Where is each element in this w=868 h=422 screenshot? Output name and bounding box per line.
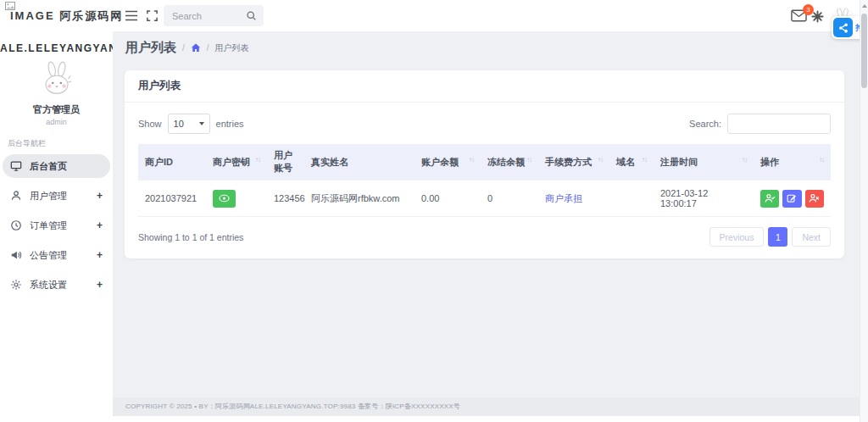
col-user-account[interactable]: 用户账号 <box>267 144 304 180</box>
table-search-input[interactable] <box>727 114 831 134</box>
edit-icon <box>787 193 797 203</box>
page-title: 用户列表 <box>125 40 176 56</box>
app-logo-title: IMAGE 阿乐源码网 <box>10 8 123 24</box>
sidebar-item-announcements[interactable]: 公告管理 + <box>3 243 110 267</box>
col-merchant-id[interactable]: 商户ID <box>138 144 206 180</box>
table-controls: Show 10 entries Search: <box>125 103 844 142</box>
cell-domain <box>609 180 654 217</box>
sidebar-item-label: 系统设置 <box>30 279 67 292</box>
cell-real-name: 阿乐源码网rfbkw.com <box>304 180 415 217</box>
bottom-strip <box>113 416 868 422</box>
delete-user-button[interactable] <box>805 190 824 208</box>
sidebar-nav: 后台首页 用户管理 + 订单管理 + 公告管理 + <box>0 154 113 297</box>
sort-icon: ↑↓ <box>742 156 747 164</box>
header-search <box>164 5 264 26</box>
sort-icon: ↑↓ <box>598 156 603 164</box>
search-icon <box>246 10 257 21</box>
top-header: IMAGE 阿乐源码网 3 拖拽 <box>0 0 868 31</box>
desktop-icon <box>10 160 23 172</box>
sort-icon: ↑↓ <box>255 156 260 164</box>
messages-button[interactable]: 3 <box>791 9 807 22</box>
main-content: 用户列表 / / 用户列表 用户列表 Show 10 entries Searc… <box>113 31 868 422</box>
share-icon <box>833 18 853 37</box>
edit-user-button[interactable] <box>782 190 801 208</box>
approve-user-button[interactable] <box>760 190 779 208</box>
col-actions[interactable]: 操作↑↓ <box>754 144 831 180</box>
pagination-page-1[interactable]: 1 <box>768 227 787 247</box>
eye-icon <box>219 194 230 203</box>
cell-user-account: 123456 <box>267 180 304 217</box>
sidebar-avatar[interactable] <box>37 61 76 100</box>
expand-icon: + <box>97 279 103 291</box>
sidebar-nav-label: 后台导航栏 <box>8 138 113 149</box>
page-footer: COPYRIGHT © 2025 • BY：阿乐源码网ALE.LELEYANGY… <box>113 397 868 416</box>
sidebar-item-users[interactable]: 用户管理 + <box>3 184 110 208</box>
settings-icon[interactable] <box>811 10 824 23</box>
sidebar-item-label: 公告管理 <box>30 249 67 262</box>
col-balance[interactable]: 账户余额↑↓ <box>415 144 481 180</box>
sidebar-item-label: 用户管理 <box>30 190 67 203</box>
user-x-icon <box>809 193 820 203</box>
page-size-select[interactable]: 10 <box>168 114 210 134</box>
menu-toggle-icon[interactable] <box>125 10 138 21</box>
fullscreen-icon[interactable] <box>146 9 159 22</box>
sidebar-item-label: 订单管理 <box>30 219 67 232</box>
table-search-label: Search: <box>689 119 721 129</box>
expand-icon: + <box>97 249 103 261</box>
cell-register-time: 2021-03-12 13:00:17 <box>654 180 754 217</box>
sidebar: ALE.LELEYANGYANG. 官方管理员 admin 后台导航栏 <box>0 31 113 422</box>
pagination: Previous 1 Next <box>709 227 831 247</box>
card-title: 用户列表 <box>125 70 844 103</box>
sidebar-user-name: 官方管理员 <box>0 103 113 116</box>
sort-icon: ↑↓ <box>526 156 531 164</box>
view-key-button[interactable] <box>213 190 236 208</box>
sidebar-item-dashboard[interactable]: 后台首页 <box>3 154 110 178</box>
expand-icon: + <box>97 219 103 231</box>
col-register-time[interactable]: 注册时间↑↓ <box>654 144 754 180</box>
table-row: 2021037921 123456 阿乐源码网rfbkw.com 0.00 0 … <box>138 180 831 217</box>
show-label: Show <box>138 119 162 129</box>
chevron-down-icon <box>199 122 204 125</box>
user-list-card: 用户列表 Show 10 entries Search: 商户ID 商户密钥↑↓ <box>125 70 844 258</box>
user-table: 商户ID 商户密钥↑↓ 用户账号 真实姓名 账户余额↑↓ 冻结余额↑↓ 手续费方… <box>138 144 831 217</box>
breadcrumb-current: 用户列表 <box>215 42 249 54</box>
sidebar-item-label: 后台首页 <box>30 160 67 173</box>
scroll-up-icon[interactable] <box>862 4 867 8</box>
user-check-icon <box>765 193 776 203</box>
sidebar-brand: ALE.LELEYANGYANG. <box>0 42 113 54</box>
vertical-scrollbar <box>860 0 868 422</box>
entries-label: entries <box>216 119 244 129</box>
sort-icon: ↑↓ <box>819 156 824 164</box>
clock-icon <box>10 219 23 231</box>
cell-frozen: 0 <box>481 180 538 217</box>
speaker-icon <box>10 249 23 261</box>
col-real-name[interactable]: 真实姓名 <box>304 144 415 180</box>
col-fee-mode[interactable]: 手续费方式↑↓ <box>538 144 609 180</box>
sidebar-user-role: admin <box>0 118 113 126</box>
breadcrumb: 用户列表 / / 用户列表 <box>125 40 249 56</box>
table-summary: Showing 1 to 1 of 1 entries <box>138 232 243 242</box>
cell-merchant-id: 2021037921 <box>138 180 206 217</box>
home-icon[interactable] <box>191 43 201 53</box>
sidebar-item-orders[interactable]: 订单管理 + <box>3 214 110 237</box>
cell-balance: 0.00 <box>415 180 481 217</box>
sort-icon: ↑↓ <box>642 156 647 164</box>
user-icon <box>10 190 23 202</box>
pagination-previous[interactable]: Previous <box>709 227 765 247</box>
fee-mode-link[interactable]: 商户承担 <box>545 193 582 203</box>
col-merchant-key[interactable]: 商户密钥↑↓ <box>206 144 267 180</box>
cell-fee-mode: 商户承担 <box>538 180 609 217</box>
gear-icon <box>10 279 23 291</box>
expand-icon: + <box>97 190 103 202</box>
sort-icon: ↑↓ <box>469 156 474 164</box>
sidebar-item-settings[interactable]: 系统设置 + <box>3 273 110 297</box>
cell-merchant-key <box>206 180 267 217</box>
table-header-row: 商户ID 商户密钥↑↓ 用户账号 真实姓名 账户余额↑↓ 冻结余额↑↓ 手续费方… <box>138 144 831 180</box>
scrollbar-thumb[interactable] <box>861 14 867 88</box>
col-frozen[interactable]: 冻结余额↑↓ <box>481 144 538 180</box>
pagination-next[interactable]: Next <box>792 227 831 247</box>
cell-actions <box>754 180 831 217</box>
col-domain[interactable]: 域名↑↓ <box>609 144 654 180</box>
